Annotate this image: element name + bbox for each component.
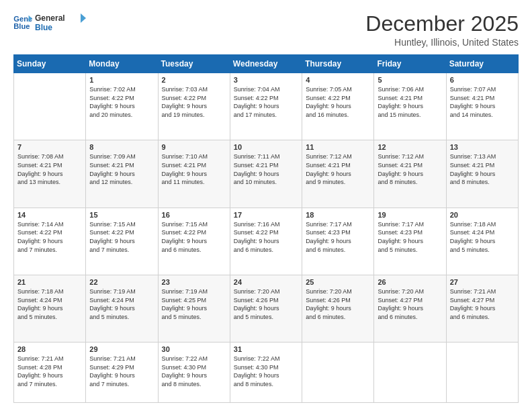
table-row: 16Sunrise: 7:15 AM Sunset: 4:22 PM Dayli… xyxy=(158,208,230,275)
logo-svg: General Blue xyxy=(35,12,89,32)
day-info: Sunrise: 7:15 AM Sunset: 4:22 PM Dayligh… xyxy=(89,220,154,254)
day-number: 21 xyxy=(17,278,82,286)
day-info: Sunrise: 7:14 AM Sunset: 4:22 PM Dayligh… xyxy=(17,220,82,254)
day-info: Sunrise: 7:09 AM Sunset: 4:21 PM Dayligh… xyxy=(89,152,154,186)
day-info: Sunrise: 7:21 AM Sunset: 4:28 PM Dayligh… xyxy=(17,355,82,388)
table-row: 30Sunrise: 7:22 AM Sunset: 4:30 PM Dayli… xyxy=(158,342,230,403)
svg-text:Blue: Blue xyxy=(13,22,30,30)
col-thursday: Thursday xyxy=(302,55,374,73)
day-number: 19 xyxy=(378,211,442,219)
table-row: 12Sunrise: 7:12 AM Sunset: 4:21 PM Dayli… xyxy=(374,140,446,208)
day-info: Sunrise: 7:17 AM Sunset: 4:23 PM Dayligh… xyxy=(378,220,442,254)
table-row: 3Sunrise: 7:04 AM Sunset: 4:22 PM Daylig… xyxy=(230,73,302,140)
location: Huntley, Illinois, United States xyxy=(365,37,519,48)
svg-text:Blue: Blue xyxy=(35,23,52,32)
col-tuesday: Tuesday xyxy=(158,55,230,73)
day-number: 8 xyxy=(89,143,154,151)
logo-icon: General Blue xyxy=(13,14,32,30)
day-number: 17 xyxy=(234,211,298,219)
day-number: 18 xyxy=(306,211,370,219)
day-number: 11 xyxy=(306,143,370,151)
day-number: 16 xyxy=(162,211,226,219)
day-number: 22 xyxy=(89,278,154,286)
table-row: 20Sunrise: 7:18 AM Sunset: 4:24 PM Dayli… xyxy=(446,208,518,275)
table-row: 31Sunrise: 7:22 AM Sunset: 4:30 PM Dayli… xyxy=(230,342,302,403)
col-friday: Friday xyxy=(374,55,446,73)
day-number: 12 xyxy=(378,143,442,151)
day-info: Sunrise: 7:16 AM Sunset: 4:22 PM Dayligh… xyxy=(234,220,298,254)
day-number: 30 xyxy=(162,345,226,353)
table-row: 2Sunrise: 7:03 AM Sunset: 4:22 PM Daylig… xyxy=(158,73,230,140)
col-saturday: Saturday xyxy=(446,55,518,73)
day-number: 25 xyxy=(306,278,370,286)
logo: General Blue General Blue xyxy=(13,12,89,32)
day-number: 23 xyxy=(162,278,226,286)
table-row xyxy=(446,342,518,403)
table-row: 22Sunrise: 7:19 AM Sunset: 4:24 PM Dayli… xyxy=(86,275,158,342)
day-number: 27 xyxy=(450,278,515,286)
day-info: Sunrise: 7:03 AM Sunset: 4:22 PM Dayligh… xyxy=(162,85,226,119)
day-info: Sunrise: 7:22 AM Sunset: 4:30 PM Dayligh… xyxy=(162,355,226,388)
day-number: 28 xyxy=(17,345,82,353)
day-number: 10 xyxy=(234,143,298,151)
day-number: 29 xyxy=(89,345,154,353)
day-number: 14 xyxy=(17,211,82,219)
table-row: 9Sunrise: 7:10 AM Sunset: 4:21 PM Daylig… xyxy=(158,140,230,208)
table-row: 17Sunrise: 7:16 AM Sunset: 4:22 PM Dayli… xyxy=(230,208,302,275)
table-row: 11Sunrise: 7:12 AM Sunset: 4:21 PM Dayli… xyxy=(302,140,374,208)
table-row: 29Sunrise: 7:21 AM Sunset: 4:29 PM Dayli… xyxy=(86,342,158,403)
table-row: 8Sunrise: 7:09 AM Sunset: 4:21 PM Daylig… xyxy=(86,140,158,208)
table-row: 5Sunrise: 7:06 AM Sunset: 4:21 PM Daylig… xyxy=(374,73,446,140)
day-info: Sunrise: 7:12 AM Sunset: 4:21 PM Dayligh… xyxy=(378,152,442,186)
table-row xyxy=(374,342,446,403)
day-number: 26 xyxy=(378,278,442,286)
table-row: 19Sunrise: 7:17 AM Sunset: 4:23 PM Dayli… xyxy=(374,208,446,275)
day-info: Sunrise: 7:20 AM Sunset: 4:26 PM Dayligh… xyxy=(234,287,298,321)
table-row: 10Sunrise: 7:11 AM Sunset: 4:21 PM Dayli… xyxy=(230,140,302,208)
day-info: Sunrise: 7:15 AM Sunset: 4:22 PM Dayligh… xyxy=(162,220,226,254)
table-row: 1Sunrise: 7:02 AM Sunset: 4:22 PM Daylig… xyxy=(86,73,158,140)
table-row: 14Sunrise: 7:14 AM Sunset: 4:22 PM Dayli… xyxy=(14,208,86,275)
table-row: 18Sunrise: 7:17 AM Sunset: 4:23 PM Dayli… xyxy=(302,208,374,275)
day-number: 13 xyxy=(450,143,515,151)
day-info: Sunrise: 7:10 AM Sunset: 4:21 PM Dayligh… xyxy=(162,152,226,186)
day-info: Sunrise: 7:17 AM Sunset: 4:23 PM Dayligh… xyxy=(306,220,370,254)
day-number: 3 xyxy=(234,76,298,84)
day-info: Sunrise: 7:20 AM Sunset: 4:26 PM Dayligh… xyxy=(306,287,370,321)
svg-marker-4 xyxy=(81,13,86,23)
table-row: 7Sunrise: 7:08 AM Sunset: 4:21 PM Daylig… xyxy=(14,140,86,208)
day-info: Sunrise: 7:19 AM Sunset: 4:24 PM Dayligh… xyxy=(89,287,154,321)
table-row: 27Sunrise: 7:21 AM Sunset: 4:27 PM Dayli… xyxy=(446,275,518,342)
day-info: Sunrise: 7:20 AM Sunset: 4:27 PM Dayligh… xyxy=(378,287,442,321)
col-monday: Monday xyxy=(86,55,158,73)
day-number: 1 xyxy=(89,76,154,84)
day-info: Sunrise: 7:02 AM Sunset: 4:22 PM Dayligh… xyxy=(89,85,154,119)
day-number: 31 xyxy=(234,345,298,353)
day-number: 4 xyxy=(306,76,370,84)
day-info: Sunrise: 7:18 AM Sunset: 4:24 PM Dayligh… xyxy=(450,220,515,254)
day-number: 20 xyxy=(450,211,515,219)
day-info: Sunrise: 7:05 AM Sunset: 4:22 PM Dayligh… xyxy=(306,85,370,119)
day-info: Sunrise: 7:08 AM Sunset: 4:21 PM Dayligh… xyxy=(17,152,82,186)
col-wednesday: Wednesday xyxy=(230,55,302,73)
title-block: December 2025 Huntley, Illinois, United … xyxy=(365,12,519,48)
day-info: Sunrise: 7:04 AM Sunset: 4:22 PM Dayligh… xyxy=(234,85,298,119)
day-info: Sunrise: 7:11 AM Sunset: 4:21 PM Dayligh… xyxy=(234,152,298,186)
table-row: 13Sunrise: 7:13 AM Sunset: 4:21 PM Dayli… xyxy=(446,140,518,208)
day-info: Sunrise: 7:13 AM Sunset: 4:21 PM Dayligh… xyxy=(450,152,515,186)
day-info: Sunrise: 7:19 AM Sunset: 4:25 PM Dayligh… xyxy=(162,287,226,321)
day-info: Sunrise: 7:18 AM Sunset: 4:24 PM Dayligh… xyxy=(17,287,82,321)
day-info: Sunrise: 7:07 AM Sunset: 4:21 PM Dayligh… xyxy=(450,85,515,119)
table-row: 6Sunrise: 7:07 AM Sunset: 4:21 PM Daylig… xyxy=(446,73,518,140)
day-number: 7 xyxy=(17,143,82,151)
table-row xyxy=(302,342,374,403)
day-info: Sunrise: 7:21 AM Sunset: 4:29 PM Dayligh… xyxy=(89,355,154,388)
day-number: 15 xyxy=(89,211,154,219)
day-number: 2 xyxy=(162,76,226,84)
table-row: 26Sunrise: 7:20 AM Sunset: 4:27 PM Dayli… xyxy=(374,275,446,342)
table-row: 24Sunrise: 7:20 AM Sunset: 4:26 PM Dayli… xyxy=(230,275,302,342)
table-row: 28Sunrise: 7:21 AM Sunset: 4:28 PM Dayli… xyxy=(14,342,86,403)
day-info: Sunrise: 7:22 AM Sunset: 4:30 PM Dayligh… xyxy=(234,355,298,388)
month-title: December 2025 xyxy=(365,12,519,36)
table-row: 23Sunrise: 7:19 AM Sunset: 4:25 PM Dayli… xyxy=(158,275,230,342)
